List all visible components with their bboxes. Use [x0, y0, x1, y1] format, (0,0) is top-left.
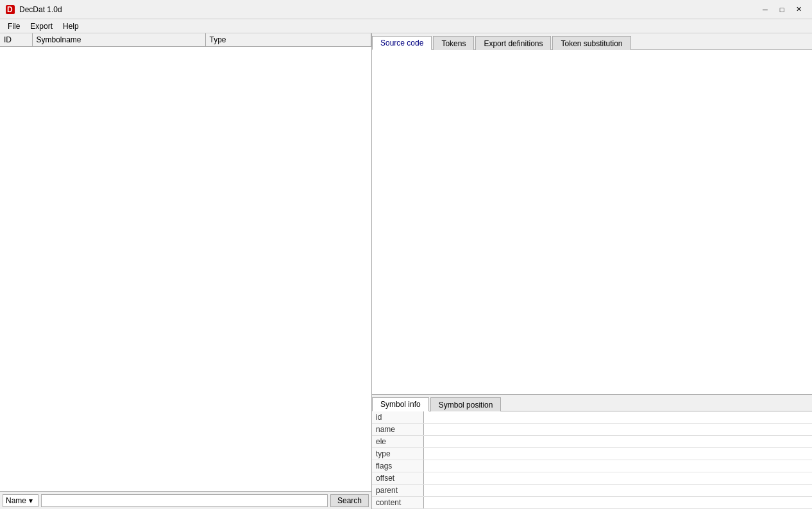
symbol-table[interactable]: ID Symbolname Type — [0, 33, 371, 491]
info-field-label: offset — [372, 472, 423, 485]
info-row: type — [372, 448, 812, 460]
symbol-info-table: idnameeletypeflagsoffsetparentcontent — [372, 411, 812, 509]
search-input[interactable] — [41, 494, 328, 507]
tab-export-definitions[interactable]: Export definitions — [475, 36, 551, 50]
right-panel: Source code Tokens Export definitions To… — [372, 33, 812, 509]
info-field-label: type — [372, 448, 423, 460]
menu-bar: File Export Help — [0, 19, 812, 33]
left-panel: ID Symbolname Type Name ▾ Search — [0, 33, 372, 509]
app-icon: D — [5, 4, 15, 15]
app-title: DecDat 1.0d — [19, 5, 62, 14]
search-bar: Name ▾ Search — [0, 491, 371, 509]
close-button[interactable]: ✕ — [790, 3, 807, 16]
menu-file[interactable]: File — [3, 21, 25, 32]
info-row: flags — [372, 460, 812, 472]
info-field-label: parent — [372, 485, 423, 497]
tab-tokens[interactable]: Tokens — [433, 36, 474, 50]
info-row: id — [372, 411, 812, 424]
title-bar-controls: ─ □ ✕ — [757, 3, 807, 16]
chevron-down-icon: ▾ — [29, 496, 33, 505]
tab-source-code[interactable]: Source code — [372, 36, 432, 50]
info-row: offset — [372, 472, 812, 485]
info-field-value — [423, 460, 812, 472]
tab-token-substitution[interactable]: Token substitution — [552, 36, 630, 50]
info-field-value — [423, 448, 812, 460]
search-button[interactable]: Search — [330, 494, 369, 507]
info-row: parent — [372, 485, 812, 497]
title-bar-left: D DecDat 1.0d — [5, 4, 62, 15]
col-header-symbolname: Symbolname — [32, 33, 205, 47]
info-field-label: content — [372, 497, 423, 509]
info-row: content — [372, 497, 812, 509]
search-dropdown[interactable]: Name ▾ — [3, 494, 38, 507]
menu-export[interactable]: Export — [25, 21, 58, 32]
tab-bar-top: Source code Tokens Export definitions To… — [372, 33, 812, 50]
info-field-label: id — [372, 411, 423, 424]
info-field-value — [423, 485, 812, 497]
svg-text:D: D — [7, 5, 13, 14]
info-field-label: ele — [372, 436, 423, 448]
info-field-label: name — [372, 424, 423, 436]
source-code-area[interactable] — [372, 50, 812, 395]
minimize-button[interactable]: ─ — [757, 3, 774, 16]
info-panel: Symbol info Symbol position idnameeletyp… — [372, 395, 812, 509]
info-tab-bar: Symbol info Symbol position — [372, 395, 812, 411]
info-field-value — [423, 472, 812, 485]
tab-symbol-info[interactable]: Symbol info — [372, 397, 429, 411]
info-field-value — [423, 411, 812, 424]
info-row: name — [372, 424, 812, 436]
maximize-button[interactable]: □ — [774, 3, 790, 16]
tab-symbol-position[interactable]: Symbol position — [430, 397, 502, 411]
main-content: ID Symbolname Type Name ▾ Search — [0, 33, 812, 509]
info-field-value — [423, 436, 812, 448]
menu-help[interactable]: Help — [58, 21, 84, 32]
info-row: ele — [372, 436, 812, 448]
search-dropdown-label: Name — [6, 496, 26, 505]
title-bar: D DecDat 1.0d ─ □ ✕ — [0, 0, 812, 19]
info-field-value — [423, 497, 812, 509]
col-header-id: ID — [0, 33, 32, 47]
info-field-value — [423, 424, 812, 436]
info-field-label: flags — [372, 460, 423, 472]
col-header-type: Type — [205, 33, 371, 47]
